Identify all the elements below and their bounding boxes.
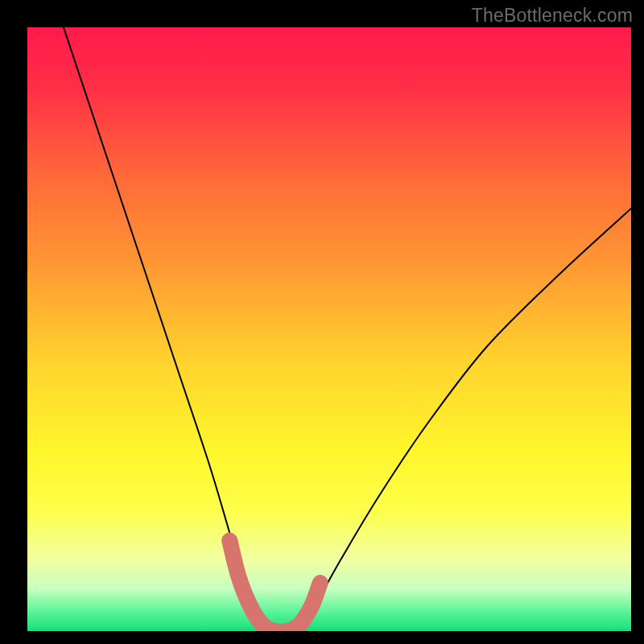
bottleneck-curve xyxy=(64,27,631,631)
chart-frame: TheBottleneck.com xyxy=(0,0,644,644)
curve-layer xyxy=(27,27,631,631)
optimal-zone-marker xyxy=(229,541,320,632)
plot-area xyxy=(27,27,631,631)
watermark-text: TheBottleneck.com xyxy=(472,5,633,27)
